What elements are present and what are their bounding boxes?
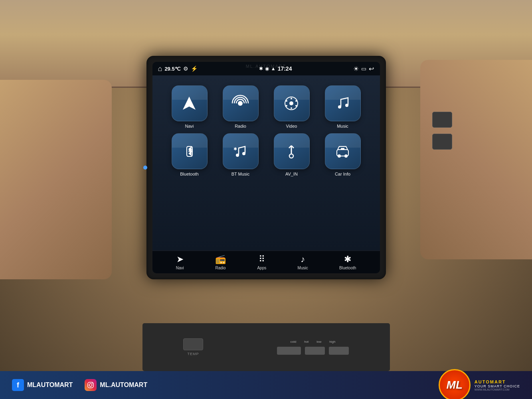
svg-point-26 [92,383,93,384]
display-icon[interactable]: ▭ [361,65,366,72]
temp-slider[interactable] [277,347,301,355]
instagram-handle: ML.AUTOMART [100,381,147,389]
dock-apps-label: Apps [257,266,266,270]
app-av-in[interactable]: AV_IN [269,133,315,176]
av-in-label: AV_IN [285,172,298,176]
svg-point-4 [291,98,292,99]
brightness-icon[interactable]: ☀ [353,65,359,73]
app-music[interactable]: Music [320,85,366,128]
svg-marker-0 [183,97,196,110]
logo-text-area: AUTOMART YOUR SMART CHOICE WWW.MLAUTOMAR… [475,379,520,391]
app-bluetooth[interactable]: ✱ Bluetooth [166,133,213,176]
dock-radio-icon: 📻 [215,254,226,265]
social-links: f MLAUTOMART ML.AUTOMART [12,379,147,391]
dock-navi[interactable]: ➤ Navi [176,254,184,270]
car-info-label: Car Info [335,172,350,176]
accessory-2 [432,134,452,150]
svg-point-21 [338,154,341,158]
status-left: ⌂ 29.5℃ ⚙ ⚡ [158,65,198,73]
svg-line-19 [291,146,294,148]
car-controls: TEMP cold hot low high [142,323,390,371]
svg-text:✱: ✱ [233,146,237,151]
svg-point-5 [295,100,297,102]
home-icon[interactable]: ⌂ [158,65,162,73]
website: WWW.MLAUTOMART.COM [475,388,520,391]
video-icon-box [274,85,310,121]
instagram-icon [85,379,97,391]
main-screen[interactable]: ⌂ 29.5℃ ⚙ ⚡ ✱ ◉ ▲ 17:24 ☀ ▭ ↩ [152,62,380,273]
speed-slider[interactable] [329,347,349,355]
logo-ml-text: ML [447,379,463,391]
svg-point-3 [289,101,293,105]
app-bt-music[interactable]: ✱ BT Music [218,133,264,176]
app-car-info[interactable]: Car Info [320,133,366,176]
svg-point-13 [236,154,239,157]
svg-point-6 [295,105,297,107]
status-icons: ✱ ◉ ▲ 17:24 [259,65,292,72]
bt-music-icon-box: ✱ [223,133,259,169]
temp-control: TEMP [183,338,203,356]
app-video[interactable]: Video [269,85,315,128]
app-radio[interactable]: Radio [218,85,264,128]
dock-bluetooth-icon: ✱ [344,254,351,265]
logo-circle: ML [439,369,471,399]
temp-knob[interactable] [183,338,203,350]
climate-sliders [277,347,349,355]
dock-apps[interactable]: ⠿ Apps [257,254,266,270]
dock-radio-label: Radio [215,266,225,270]
app-area: Navi R [152,75,380,251]
svg-point-8 [286,105,287,107]
screen-bezel: ⌂ 29.5℃ ⚙ ⚡ ✱ ◉ ▲ 17:24 ☀ ▭ ↩ [146,56,386,279]
car-interior: ML.AUTOMART ⌂ 29.5℃ ⚙ ⚡ ✱ ◉ ▲ [0,0,532,399]
dock-bluetooth-label: Bluetooth [339,266,356,270]
facebook-link[interactable]: f MLAUTOMART [12,379,73,391]
svg-point-14 [242,152,245,155]
dock-music[interactable]: ♪ Music [298,254,308,270]
temp-label: TEMP [187,352,199,356]
facebook-icon: f [12,379,24,391]
bluetooth-status-icon: ✱ [259,66,263,71]
temperature-display: 29.5℃ [164,66,180,72]
low-label: low [316,340,321,344]
video-label: Video [286,124,297,128]
climate-controls: cold hot low high [277,340,349,355]
svg-rect-23 [341,148,344,150]
dock-music-icon: ♪ [301,254,305,265]
dock-radio[interactable]: 📻 Radio [215,254,226,270]
high-label: high [329,340,335,344]
dock-apps-icon: ⠿ [259,254,265,265]
right-status-icons: ☀ ▭ ↩ [353,65,374,73]
bluetooth-label: Bluetooth [180,172,198,176]
radio-icon-box [223,85,259,121]
settings-icon[interactable]: ⚙ [183,65,188,72]
av-in-icon-box [274,133,310,169]
app-grid: Navi R [160,81,372,180]
clock-display: 17:24 [278,65,292,72]
cold-label: cold [291,340,297,344]
dock-bluetooth[interactable]: ✱ Bluetooth [339,254,356,270]
app-navi[interactable]: Navi [166,85,213,128]
svg-point-17 [289,154,293,158]
svg-point-9 [286,100,287,102]
back-icon[interactable]: ↩ [369,65,374,73]
right-panel [420,60,532,259]
bottom-dock: ➤ Navi 📻 Radio ⠿ Apps ♪ Music [152,251,380,273]
instagram-link[interactable]: ML.AUTOMART [85,379,147,391]
left-panel [0,80,112,279]
brand-name: AUTOMART [475,379,520,384]
fb-letter: f [17,381,19,389]
fan-slider[interactable] [305,347,325,355]
hot-label: hot [304,340,309,344]
facebook-handle: MLAUTOMART [27,381,73,389]
svg-point-11 [345,104,348,107]
svg-point-22 [344,154,348,158]
svg-point-25 [89,384,92,387]
radio-label: Radio [235,124,246,128]
bt-music-label: BT Music [231,172,250,176]
svg-point-10 [338,105,341,109]
dock-navi-icon: ➤ [176,254,184,265]
accessory-1 [432,112,452,128]
svg-point-7 [291,107,292,109]
location-icon: ◉ [265,66,269,71]
power-icon[interactable]: ⚡ [191,65,198,72]
